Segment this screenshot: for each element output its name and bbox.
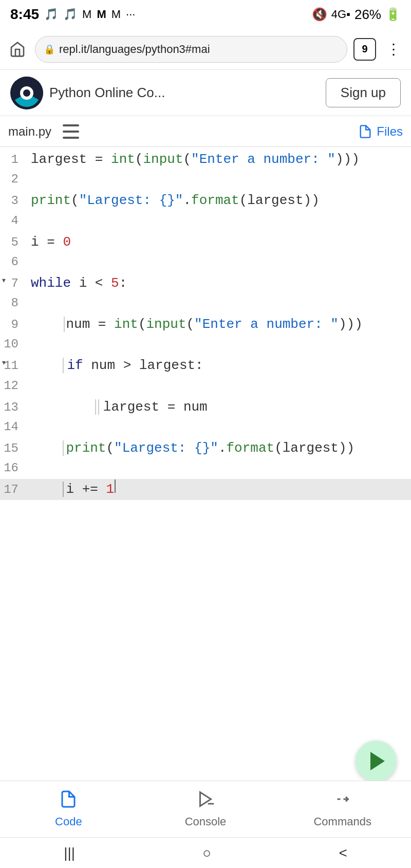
code-line-12: 12 xyxy=(0,376,411,397)
status-bar: 8:45 🎵 🎵 M M M ··· 🔇 4G▪️ 26% 🔋 xyxy=(0,0,411,29)
tab-bar: main.py Files xyxy=(0,116,411,147)
code-line-14: 14 xyxy=(0,417,411,438)
code-line-8: 8 xyxy=(0,293,411,314)
url-text: repl.it/languages/python3#mai xyxy=(59,43,339,56)
signal-icon: 4G▪️ xyxy=(331,8,350,21)
code-line-1: 1 largest = int(input("Enter a number: "… xyxy=(0,149,411,170)
code-content-11: if num > largest: xyxy=(27,355,411,376)
line-num-4: 4 xyxy=(0,211,27,230)
console-icon xyxy=(196,790,215,812)
bottom-nav: Code Console Commands xyxy=(0,781,411,837)
battery-text: 26% xyxy=(354,7,381,23)
signup-button[interactable]: Sign up xyxy=(326,78,401,107)
svg-rect-8 xyxy=(208,803,214,805)
code-line-6: 6 xyxy=(0,252,411,273)
home-icon[interactable] xyxy=(6,38,29,61)
app-logo xyxy=(10,77,43,109)
code-content-15: print("Largest: {}".format(largest)) xyxy=(27,438,411,458)
code-line-17: 17 i += 1 xyxy=(0,479,411,500)
mute-icon: 🔇 xyxy=(312,7,327,22)
line-num-3: 3 xyxy=(0,191,27,210)
gmail-icon3: M xyxy=(111,8,121,21)
svg-rect-5 xyxy=(63,137,79,139)
tiktok-icon2: 🎵 xyxy=(63,8,77,21)
line-num-14: 14 xyxy=(0,417,27,436)
line-num-9: 9 xyxy=(0,315,27,334)
line-num-11: ▾ 11 xyxy=(0,356,27,375)
files-button[interactable]: Files xyxy=(358,124,403,139)
android-home-btn[interactable]: ○ xyxy=(202,845,211,861)
status-right: 🔇 4G▪️ 26% 🔋 xyxy=(312,7,401,23)
files-label: Files xyxy=(377,124,403,139)
code-line-16: 16 xyxy=(0,458,411,479)
code-content-7: while i < 5: xyxy=(27,273,411,293)
url-bar[interactable]: 🔒 repl.it/languages/python3#mai xyxy=(35,36,347,63)
line-num-2: 2 xyxy=(0,170,27,189)
code-line-4: 4 xyxy=(0,211,411,232)
android-nav: ||| ○ < xyxy=(0,837,411,868)
lock-icon: 🔒 xyxy=(44,44,55,55)
line-num-16: 16 xyxy=(0,458,27,477)
tab-filename[interactable]: main.py xyxy=(8,124,51,139)
android-recent-btn[interactable]: ||| xyxy=(64,845,75,861)
code-content-3: print("Largest: {}".format(largest)) xyxy=(27,190,411,211)
line-num-12: 12 xyxy=(0,376,27,395)
code-line-2: 2 xyxy=(0,170,411,190)
gmail-icon: M xyxy=(82,8,91,21)
line-num-5: 5 xyxy=(0,233,27,252)
code-content-5: i = 0 xyxy=(27,232,411,252)
fold-arrow-11[interactable]: ▾ xyxy=(1,356,7,371)
battery-icon: 🔋 xyxy=(385,7,401,22)
code-content-1: largest = int(input("Enter a number: "))… xyxy=(27,149,411,170)
more-icon: ··· xyxy=(126,8,135,21)
run-triangle-icon xyxy=(370,752,385,770)
menu-icon[interactable]: ⋮ xyxy=(382,38,405,61)
line-num-7: ▾ 7 xyxy=(0,274,27,293)
line-num-10: 10 xyxy=(0,335,27,354)
code-line-13: 13 largest = num xyxy=(0,397,411,417)
tab-count[interactable]: 9 xyxy=(353,38,376,61)
code-line-10: 10 xyxy=(0,335,411,355)
browser-bar: 🔒 repl.it/languages/python3#mai 9 ⋮ xyxy=(0,29,411,70)
line-num-13: 13 xyxy=(0,398,27,417)
status-left: 8:45 🎵 🎵 M M M ··· xyxy=(10,6,135,23)
svg-rect-3 xyxy=(63,124,79,126)
app-header: Python Online Co... Sign up xyxy=(0,70,411,116)
line-num-17: 17 xyxy=(0,480,27,499)
line-num-1: 1 xyxy=(0,150,27,169)
code-line-7: ▾ 7 while i < 5: xyxy=(0,273,411,293)
app-title: Python Online Co... xyxy=(49,85,165,101)
nav-console-label: Console xyxy=(185,815,227,828)
code-content-13: largest = num xyxy=(27,397,411,417)
line-num-15: 15 xyxy=(0,439,27,458)
code-line-3: 3 print("Largest: {}".format(largest)) xyxy=(0,190,411,211)
code-line-9: 9 num = int(input("Enter a number: "))) xyxy=(0,314,411,335)
gmail-icon2: M xyxy=(97,8,106,21)
svg-rect-4 xyxy=(63,131,79,133)
nav-commands-label: Commands xyxy=(313,815,371,828)
code-empty-space xyxy=(0,502,411,749)
code-editor[interactable]: 1 largest = int(input("Enter a number: "… xyxy=(0,147,411,502)
code-icon xyxy=(59,790,78,812)
code-content-17: i += 1 xyxy=(27,479,411,500)
tiktok-icon: 🎵 xyxy=(44,8,58,21)
code-content-9: num = int(input("Enter a number: "))) xyxy=(27,314,411,335)
line-num-8: 8 xyxy=(0,293,27,312)
nav-code-label: Code xyxy=(55,815,82,828)
app-logo-area: Python Online Co... xyxy=(10,77,165,109)
code-line-5: 5 i = 0 xyxy=(0,232,411,252)
nav-item-console[interactable]: Console xyxy=(137,790,274,828)
svg-point-2 xyxy=(23,89,30,97)
line-num-6: 6 xyxy=(0,252,27,271)
run-button[interactable] xyxy=(356,741,397,782)
status-time: 8:45 xyxy=(10,6,39,23)
fold-arrow-7[interactable]: ▾ xyxy=(1,274,7,288)
nav-item-commands[interactable]: Commands xyxy=(274,790,411,828)
android-back-btn[interactable]: < xyxy=(339,845,347,861)
nav-item-code[interactable]: Code xyxy=(0,790,137,828)
code-line-11: ▾ 11 if num > largest: xyxy=(0,355,411,376)
code-line-15: 15 print("Largest: {}".format(largest)) xyxy=(0,438,411,458)
tab-menu-icon[interactable] xyxy=(60,120,82,143)
commands-icon xyxy=(333,790,352,812)
